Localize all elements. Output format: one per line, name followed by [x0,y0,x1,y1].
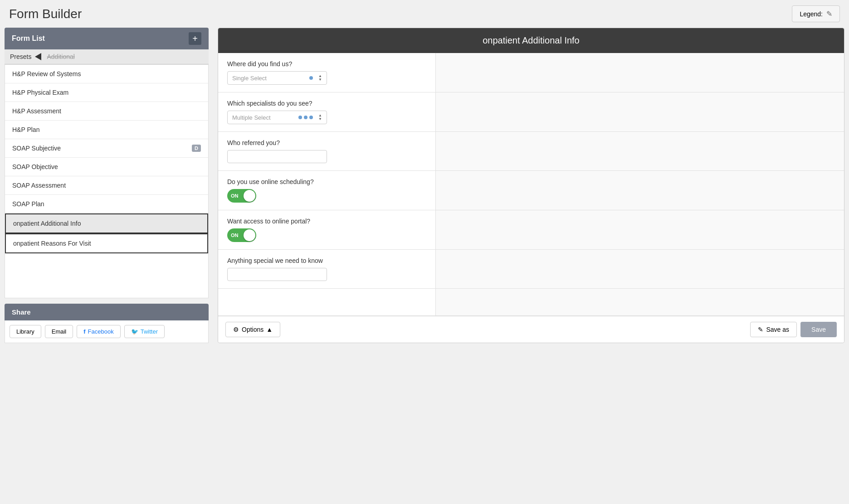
form-row-left [218,289,436,315]
share-title: Share [12,308,31,316]
form-row-right [436,250,844,288]
sidebar-item-hp-plan[interactable]: H&P Plan [5,121,208,139]
options-label: Options [242,326,263,333]
options-gear-icon: ⚙ [233,326,239,333]
form-row-scheduling: Do you use online scheduling? ON [218,171,844,210]
sidebar-item-onpatient-additional[interactable]: onpatient Additional Info [5,213,208,233]
facebook-label: Facebook [88,328,114,335]
form-row-right [436,289,844,315]
library-button[interactable]: Library [10,325,41,338]
field-label-special: Anything special we need to know [227,257,426,264]
presets-additional-text: Additional [47,53,75,60]
toggle-knob [244,229,255,241]
facebook-button[interactable]: f Facebook [77,325,120,338]
form-row-right [436,210,844,249]
sidebar-item-soap-objective[interactable]: SOAP Objective [5,158,208,176]
form-item-label: H&P Review of Systems [12,70,81,78]
select-arrows: ▲ ▼ [318,114,322,121]
select-arrows: ▲ ▼ [318,74,322,82]
save-as-button[interactable]: ✎ Save as [750,322,797,337]
sidebar-item-hp-review[interactable]: H&P Review of Systems [5,65,208,83]
page-title: Form Builder [9,7,82,21]
sidebar-item-soap-assessment[interactable]: SOAP Assessment [5,176,208,195]
add-form-button[interactable]: + [189,32,201,45]
toggle-on-label: ON [231,193,239,199]
toggle-knob [244,190,255,202]
facebook-icon: f [83,328,85,335]
edit-icon: ✎ [826,10,832,18]
scheduling-toggle[interactable]: ON [227,189,256,203]
select-dot-2 [304,116,307,119]
library-label: Library [16,328,34,335]
referred-text-input[interactable] [227,150,327,163]
form-item-label: H&P Physical Exam [12,89,68,96]
sidebar-item-soap-plan[interactable]: SOAP Plan [5,195,208,213]
form-item-label: onpatient Reasons For Visit [13,240,91,247]
form-row-left: Anything special we need to know [218,250,436,288]
form-row-specialists: Which specialists do you see? Multiple S… [218,92,844,132]
field-label-referred: Who referred you? [227,139,426,146]
form-row-right [436,171,844,210]
form-row-left: Want access to online portal? ON [218,210,436,249]
multi-select-specialists[interactable]: Multiple Select ▲ ▼ [227,111,327,124]
portal-toggle-container: ON [227,228,426,242]
form-row-right [436,132,844,170]
form-row-where-find-us: Where did you find us? Single Select ▲ ▼ [218,53,844,92]
sidebar-item-hp-assessment[interactable]: H&P Assessment [5,102,208,121]
portal-toggle[interactable]: ON [227,228,256,242]
form-title: onpatient Additional Info [218,28,844,53]
form-row-referred: Who referred you? [218,132,844,171]
arrow-down-icon: ▼ [318,117,322,121]
single-select-where[interactable]: Single Select ▲ ▼ [227,71,327,85]
share-section-header: Share [5,304,209,320]
form-footer: ⚙ Options ▲ ✎ Save as Save [218,316,844,343]
field-label-portal: Want access to online portal? [227,218,426,225]
form-row-right [436,53,844,92]
sidebar-item-onpatient-reasons[interactable]: onpatient Reasons For Visit [5,233,208,253]
form-item-label: H&P Plan [12,126,39,133]
form-item-label: SOAP Assessment [12,182,66,189]
select-dot-1 [298,116,302,119]
save-as-pencil-icon: ✎ [758,326,763,333]
footer-right-buttons: ✎ Save as Save [750,322,837,337]
form-row-left: Who referred you? [218,132,436,170]
save-button[interactable]: Save [800,322,837,337]
form-row-portal: Want access to online portal? ON [218,210,844,250]
sidebar-header: Form List + [5,28,209,49]
share-buttons: Library Email f Facebook 🐦 Twitter [5,320,209,343]
form-row-right [436,92,844,131]
scheduling-toggle-container: ON [227,189,426,203]
presets-label: Presets [10,53,31,60]
field-label-where: Where did you find us? [227,60,426,68]
options-button[interactable]: ⚙ Options ▲ [225,322,280,337]
select-dot [309,76,313,80]
main-layout: Form List + Presets Additional H&P Revie… [0,28,849,348]
sidebar-item-soap-subjective[interactable]: SOAP Subjective D [5,139,208,158]
options-arrow-icon: ▲ [266,326,273,333]
field-label-specialists: Which specialists do you see? [227,100,426,107]
content-area: onpatient Additional Info Where did you … [218,28,844,343]
single-select-placeholder: Single Select [232,75,306,82]
special-notes-input[interactable] [227,268,327,281]
form-list: H&P Review of Systems H&P Physical Exam … [5,64,209,298]
arrow-indicator [35,53,43,60]
twitter-button[interactable]: 🐦 Twitter [124,325,165,338]
sidebar-item-hp-physical[interactable]: H&P Physical Exam [5,83,208,102]
arrow-down-icon: ▼ [318,78,322,82]
field-label-scheduling: Do you use online scheduling? [227,178,426,185]
multi-select-placeholder: Multiple Select [232,114,295,121]
twitter-label: Twitter [141,328,158,335]
presets-row: Presets Additional [5,49,209,64]
legend-button[interactable]: Legend: ✎ [792,5,840,22]
arrow-left-icon [35,53,41,60]
draft-badge: D [192,145,201,152]
legend-label: Legend: [800,10,823,18]
email-button[interactable]: Email [45,325,73,338]
form-item-label: SOAP Subjective [12,145,61,152]
form-item-label: onpatient Additional Info [13,220,81,227]
form-row-special: Anything special we need to know [218,250,844,289]
save-as-label: Save as [766,326,789,333]
form-row-left: Which specialists do you see? Multiple S… [218,92,436,131]
form-item-label: SOAP Objective [12,163,58,170]
email-label: Email [52,328,67,335]
